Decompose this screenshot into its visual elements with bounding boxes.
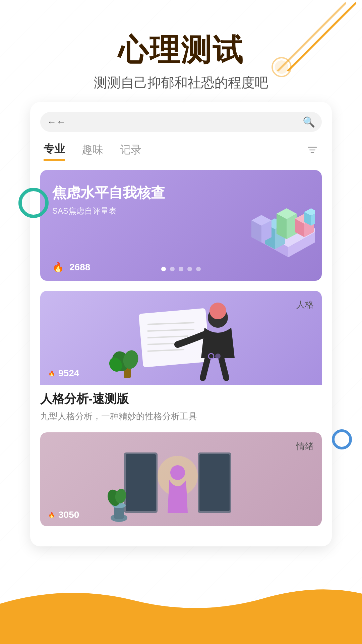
search-input[interactable] <box>70 117 303 127</box>
header-area: 心理测试 测测自己抑郁和社恐的程度吧 <box>0 0 362 102</box>
banner-card[interactable]: 焦虑水平自我核查 SAS焦虑自评量表 <box>40 170 322 281</box>
search-icon[interactable]: 🔍 <box>303 116 315 128</box>
test-card-title-1: 人格分析-速测版 <box>40 391 322 407</box>
banner-text: 焦虑水平自我核查 SAS焦虑自评量表 <box>52 183 165 216</box>
test-card-bg-pink <box>40 432 322 526</box>
filter-icon[interactable] <box>306 144 318 159</box>
main-card: ←← 🔍 专业 趣味 记录 焦虑水平自我核查 SAS焦虑自评量表 <box>30 102 332 546</box>
test-card-bg-purple <box>40 291 322 385</box>
test-card-tag-2: 情绪 <box>296 440 314 452</box>
fire-icon-1: 🔥 <box>48 370 55 377</box>
test-card-image-emotion: 情绪 🔥 3050 <box>40 432 322 526</box>
banner-views: 2688 <box>69 262 90 273</box>
tab-record[interactable]: 记录 <box>120 143 141 160</box>
test-card-image-personality: 人格 🔥 9524 <box>40 291 322 385</box>
banner-illustration <box>201 177 315 274</box>
banner-dots <box>161 267 201 271</box>
banner-title: 焦虑水平自我核查 <box>52 183 165 202</box>
dot-3[interactable] <box>179 267 183 271</box>
tab-fun[interactable]: 趣味 <box>82 143 103 160</box>
tab-bar: 专业 趣味 记录 <box>40 142 322 161</box>
deco-circle-blue <box>332 429 352 449</box>
search-bar: ←← 🔍 <box>40 112 322 132</box>
svg-point-40 <box>215 354 221 359</box>
test-card-tag-1: 人格 <box>296 299 314 311</box>
banner-footer: 🔥 2688 <box>52 262 90 273</box>
back-icon[interactable]: ←← <box>47 117 66 127</box>
svg-point-34 <box>209 303 226 319</box>
page-title: 心理测试 <box>0 34 362 67</box>
deco-circle-teal <box>18 188 49 218</box>
test-card-personality[interactable]: 人格 🔥 9524 人格分析-速测版 九型人格分析，一种精妙的性格分析工具 <box>40 291 322 422</box>
dot-5[interactable] <box>196 267 201 271</box>
svg-rect-42 <box>126 454 156 511</box>
tab-professional[interactable]: 专业 <box>44 142 65 161</box>
dot-4[interactable] <box>187 267 192 271</box>
dot-1[interactable] <box>161 267 166 271</box>
test-card-views-2: 3050 <box>58 509 79 520</box>
banner-subtitle: SAS焦虑自评量表 <box>52 206 165 216</box>
fire-icon-2: 🔥 <box>48 512 55 518</box>
test-card-desc-1: 九型人格分析，一种精妙的性格分析工具 <box>40 411 322 422</box>
dot-2[interactable] <box>170 267 175 271</box>
svg-rect-44 <box>199 454 230 511</box>
test-card-info-1: 人格分析-速测版 九型人格分析，一种精妙的性格分析工具 <box>40 385 322 422</box>
test-card-views-1: 9524 <box>58 368 79 379</box>
bottom-decoration <box>0 584 362 644</box>
test-card-emotion[interactable]: 情绪 🔥 3050 <box>40 432 322 526</box>
fire-icon: 🔥 <box>52 262 64 273</box>
page-subtitle: 测测自己抑郁和社恐的程度吧 <box>0 73 362 92</box>
svg-point-46 <box>170 465 185 480</box>
